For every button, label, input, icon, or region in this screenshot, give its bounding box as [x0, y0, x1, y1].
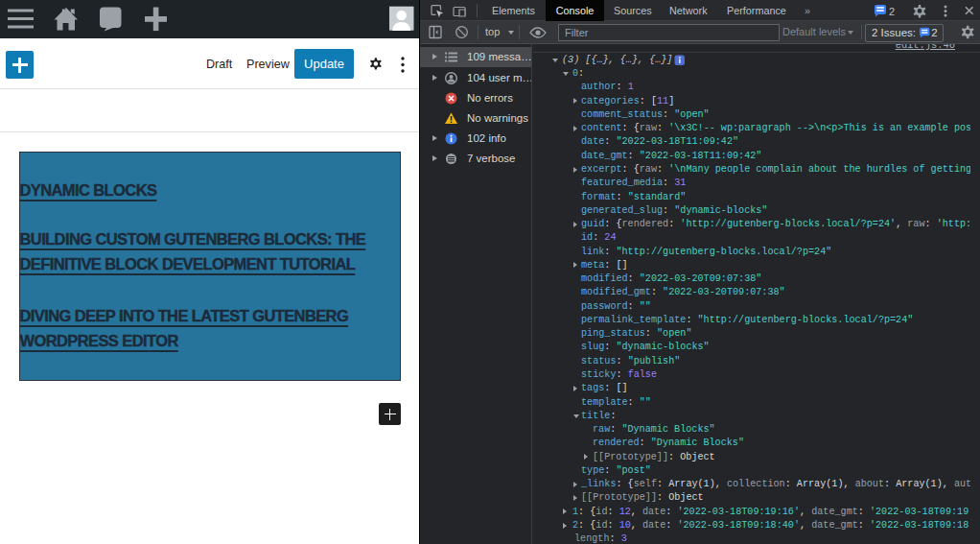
svg-text:2: 2	[889, 6, 895, 17]
